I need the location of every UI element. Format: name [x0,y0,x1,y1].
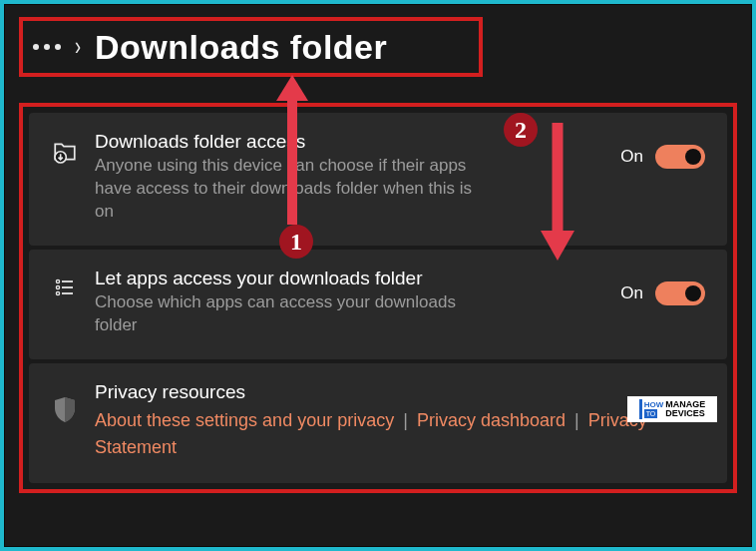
privacy-links: About these settings and your privacy | … [95,407,705,461]
separator: | [570,410,583,430]
svg-point-1 [56,279,59,282]
setting-title: Let apps access your downloads folder [95,268,604,289]
toggle-switch[interactable] [655,145,705,169]
annotation-badge-1: 1 [279,225,313,259]
svg-marker-8 [276,75,308,101]
setting-let-apps-access[interactable]: Let apps access your downloads folder Ch… [29,250,727,359]
list-icon [51,276,79,299]
more-icon[interactable] [33,44,61,50]
page-title: Downloads folder [95,28,387,67]
setting-description: Anyone using this device can choose if t… [95,155,494,224]
watermark-howtomanagedevices: HOW TO MANAGE DEVICES [627,396,717,422]
setting-text: Let apps access your downloads folder Ch… [95,268,604,337]
chevron-right-icon: › [75,32,81,61]
privacy-text: Privacy resources About these settings a… [95,381,705,461]
separator: | [399,410,412,430]
setting-description: Choose which apps can access your downlo… [95,291,494,337]
breadcrumb: › Downloads folder [19,17,483,77]
annotation-badge-2: 2 [504,113,538,147]
setting-control: On [620,145,705,169]
setting-downloads-folder-access[interactable]: Downloads folder access Anyone using thi… [29,113,727,246]
toggle-state-label: On [620,283,643,303]
toggle-state-label: On [620,147,643,167]
setting-control: On [620,281,705,305]
privacy-title: Privacy resources [95,381,705,403]
svg-point-3 [56,285,59,288]
link-about-settings[interactable]: About these settings and your privacy [95,410,394,430]
toggle-switch[interactable] [655,281,705,305]
svg-point-5 [56,291,59,294]
shield-icon [51,395,79,423]
privacy-resources: Privacy resources About these settings a… [29,363,727,483]
link-privacy-dashboard[interactable]: Privacy dashboard [417,410,566,430]
downloads-folder-icon [51,139,79,165]
settings-window: › Downloads folder Downloads folder acce… [4,4,752,547]
settings-group: Downloads folder access Anyone using thi… [19,103,737,493]
